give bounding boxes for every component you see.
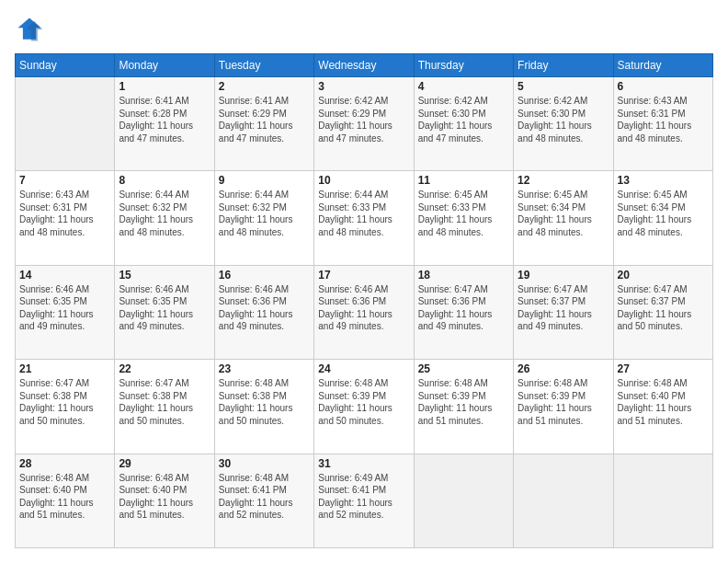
day-number: 3 [318,80,409,93]
day-number: 18 [418,269,509,282]
day-number: 13 [618,174,709,187]
day-number: 7 [19,174,110,187]
calendar-cell: 24Sunrise: 6:48 AM Sunset: 6:39 PM Dayli… [314,360,414,454]
weekday-monday: Monday [115,54,214,77]
calendar-cell: 13Sunrise: 6:45 AM Sunset: 6:34 PM Dayli… [613,171,712,265]
cell-details: Sunrise: 6:43 AM Sunset: 6:31 PM Dayligh… [19,189,110,238]
calendar-cell: 12Sunrise: 6:45 AM Sunset: 6:34 PM Dayli… [514,171,613,265]
calendar-week-4: 28Sunrise: 6:48 AM Sunset: 6:40 PM Dayli… [16,454,713,547]
calendar-cell: 20Sunrise: 6:47 AM Sunset: 6:37 PM Dayli… [613,265,712,359]
calendar-cell: 31Sunrise: 6:49 AM Sunset: 6:41 PM Dayli… [314,454,414,547]
cell-details: Sunrise: 6:47 AM Sunset: 6:38 PM Dayligh… [19,377,110,427]
day-number: 26 [518,362,609,375]
calendar-cell: 28Sunrise: 6:48 AM Sunset: 6:40 PM Dayli… [16,454,115,547]
cell-details: Sunrise: 6:47 AM Sunset: 6:37 PM Dayligh… [618,283,709,333]
cell-details: Sunrise: 6:46 AM Sunset: 6:35 PM Dayligh… [119,283,210,333]
logo [15,15,48,44]
weekday-thursday: Thursday [414,54,513,77]
cell-details: Sunrise: 6:48 AM Sunset: 6:39 PM Dayligh… [518,377,609,427]
weekday-tuesday: Tuesday [214,54,313,77]
cell-details: Sunrise: 6:45 AM Sunset: 6:34 PM Dayligh… [518,189,609,238]
day-number: 4 [418,80,509,93]
cell-details: Sunrise: 6:47 AM Sunset: 6:37 PM Dayligh… [518,283,609,333]
calendar-cell: 14Sunrise: 6:46 AM Sunset: 6:35 PM Dayli… [16,265,115,359]
calendar-cell: 4Sunrise: 6:42 AM Sunset: 6:30 PM Daylig… [414,77,513,171]
calendar-week-1: 7Sunrise: 6:43 AM Sunset: 6:31 PM Daylig… [16,171,713,265]
calendar-cell: 8Sunrise: 6:44 AM Sunset: 6:32 PM Daylig… [115,171,214,265]
calendar-cell: 29Sunrise: 6:48 AM Sunset: 6:40 PM Dayli… [115,454,214,547]
cell-details: Sunrise: 6:48 AM Sunset: 6:39 PM Dayligh… [418,377,509,427]
cell-details: Sunrise: 6:48 AM Sunset: 6:38 PM Dayligh… [219,377,310,427]
calendar-cell [414,454,513,547]
calendar-cell: 25Sunrise: 6:48 AM Sunset: 6:39 PM Dayli… [414,360,513,454]
calendar-cell: 7Sunrise: 6:43 AM Sunset: 6:31 PM Daylig… [16,171,115,265]
cell-details: Sunrise: 6:41 AM Sunset: 6:28 PM Dayligh… [119,95,210,144]
day-number: 11 [418,174,509,187]
cell-details: Sunrise: 6:46 AM Sunset: 6:35 PM Dayligh… [19,283,110,333]
cell-details: Sunrise: 6:48 AM Sunset: 6:40 PM Dayligh… [119,472,210,522]
weekday-wednesday: Wednesday [314,54,414,77]
cell-details: Sunrise: 6:41 AM Sunset: 6:29 PM Dayligh… [219,95,310,144]
calendar-cell: 2Sunrise: 6:41 AM Sunset: 6:29 PM Daylig… [214,77,313,171]
day-number: 1 [119,80,210,93]
day-number: 19 [518,269,609,282]
day-number: 2 [219,80,310,93]
cell-details: Sunrise: 6:46 AM Sunset: 6:36 PM Dayligh… [219,283,310,333]
day-number: 15 [119,269,210,282]
calendar-cell: 3Sunrise: 6:42 AM Sunset: 6:29 PM Daylig… [314,77,414,171]
calendar-table: SundayMondayTuesdayWednesdayThursdayFrid… [15,53,713,548]
day-number: 25 [418,362,509,375]
calendar-cell: 27Sunrise: 6:48 AM Sunset: 6:40 PM Dayli… [613,360,712,454]
day-number: 21 [19,362,110,375]
day-number: 12 [518,174,609,187]
cell-details: Sunrise: 6:48 AM Sunset: 6:40 PM Dayligh… [19,472,110,522]
day-number: 6 [618,80,709,93]
calendar-cell: 16Sunrise: 6:46 AM Sunset: 6:36 PM Dayli… [214,265,313,359]
calendar-cell: 5Sunrise: 6:42 AM Sunset: 6:30 PM Daylig… [514,77,613,171]
calendar-cell: 9Sunrise: 6:44 AM Sunset: 6:32 PM Daylig… [214,171,313,265]
calendar-cell: 1Sunrise: 6:41 AM Sunset: 6:28 PM Daylig… [115,77,214,171]
weekday-sunday: Sunday [16,54,115,77]
cell-details: Sunrise: 6:44 AM Sunset: 6:32 PM Dayligh… [119,189,210,238]
day-number: 9 [219,174,310,187]
calendar-cell: 17Sunrise: 6:46 AM Sunset: 6:36 PM Dayli… [314,265,414,359]
calendar-cell: 26Sunrise: 6:48 AM Sunset: 6:39 PM Dayli… [514,360,613,454]
cell-details: Sunrise: 6:45 AM Sunset: 6:34 PM Dayligh… [618,189,709,238]
cell-details: Sunrise: 6:43 AM Sunset: 6:31 PM Dayligh… [618,95,709,144]
calendar-cell: 22Sunrise: 6:47 AM Sunset: 6:38 PM Dayli… [115,360,214,454]
day-number: 31 [318,457,409,470]
calendar-cell [514,454,613,547]
calendar-week-3: 21Sunrise: 6:47 AM Sunset: 6:38 PM Dayli… [16,360,713,454]
day-number: 30 [219,457,310,470]
calendar-cell: 11Sunrise: 6:45 AM Sunset: 6:33 PM Dayli… [414,171,513,265]
day-number: 23 [219,362,310,375]
day-number: 14 [19,269,110,282]
day-number: 22 [119,362,210,375]
calendar-cell: 18Sunrise: 6:47 AM Sunset: 6:36 PM Dayli… [414,265,513,359]
cell-details: Sunrise: 6:44 AM Sunset: 6:32 PM Dayligh… [219,189,310,238]
day-number: 20 [618,269,709,282]
day-number: 28 [19,457,110,470]
cell-details: Sunrise: 6:45 AM Sunset: 6:33 PM Dayligh… [418,189,509,238]
cell-details: Sunrise: 6:48 AM Sunset: 6:41 PM Dayligh… [219,472,310,522]
day-number: 5 [518,80,609,93]
calendar-cell: 19Sunrise: 6:47 AM Sunset: 6:37 PM Dayli… [514,265,613,359]
calendar-week-2: 14Sunrise: 6:46 AM Sunset: 6:35 PM Dayli… [16,265,713,359]
cell-details: Sunrise: 6:42 AM Sunset: 6:29 PM Dayligh… [318,95,409,144]
calendar-cell: 30Sunrise: 6:48 AM Sunset: 6:41 PM Dayli… [214,454,313,547]
day-number: 10 [318,174,409,187]
cell-details: Sunrise: 6:46 AM Sunset: 6:36 PM Dayligh… [318,283,409,333]
day-number: 17 [318,269,409,282]
header [15,15,713,44]
cell-details: Sunrise: 6:47 AM Sunset: 6:38 PM Dayligh… [119,377,210,427]
cell-details: Sunrise: 6:44 AM Sunset: 6:33 PM Dayligh… [318,189,409,238]
calendar-cell [613,454,712,547]
calendar-cell [16,77,115,171]
cell-details: Sunrise: 6:48 AM Sunset: 6:40 PM Dayligh… [618,377,709,427]
day-number: 29 [119,457,210,470]
cell-details: Sunrise: 6:47 AM Sunset: 6:36 PM Dayligh… [418,283,509,333]
day-number: 24 [318,362,409,375]
cell-details: Sunrise: 6:42 AM Sunset: 6:30 PM Dayligh… [418,95,509,144]
calendar-cell: 21Sunrise: 6:47 AM Sunset: 6:38 PM Dayli… [16,360,115,454]
calendar-cell: 15Sunrise: 6:46 AM Sunset: 6:35 PM Dayli… [115,265,214,359]
